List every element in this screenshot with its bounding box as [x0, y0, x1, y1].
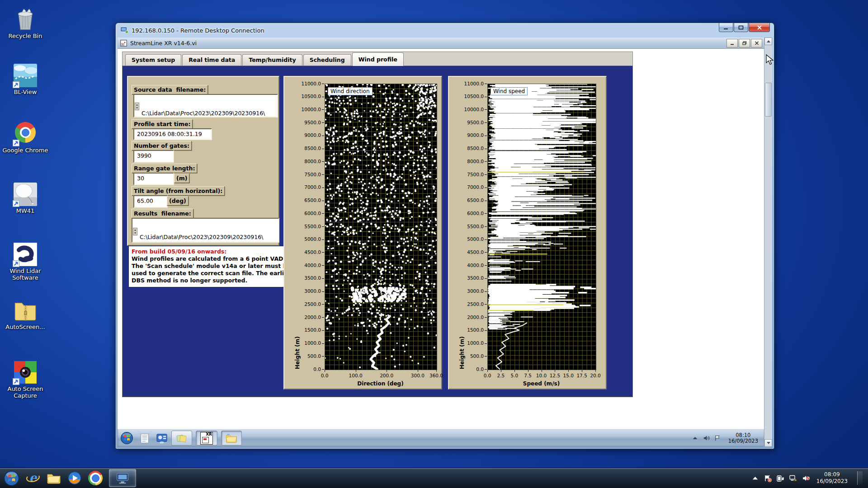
- desktop-icon-google-chrome[interactable]: Google Chrome: [2, 121, 49, 154]
- explorer-taskbar-button[interactable]: [221, 431, 242, 446]
- action-center-icon[interactable]: [764, 474, 772, 482]
- y-tick-label: 9000.0: [463, 132, 484, 138]
- remote-taskbar: XR 08:10 16/09/2023: [118, 429, 764, 447]
- wind-direction-plot[interactable]: [325, 84, 437, 370]
- google-chrome-icon[interactable]: [88, 471, 103, 485]
- x-tick-mark: [487, 370, 488, 372]
- build-notice-box: From build 05/09/16 onwards: Wind profil…: [128, 246, 284, 287]
- y-tick-mark: [322, 239, 324, 240]
- remote-desktop-taskbar-button[interactable]: [109, 469, 136, 487]
- y-tick-mark: [485, 122, 487, 123]
- y-tick-label: 1000.0: [463, 340, 484, 346]
- y-tick-label: 10000.0: [463, 107, 484, 112]
- range-gate-length-field[interactable]: 30: [133, 173, 174, 185]
- x-tick-mark: [582, 370, 582, 372]
- internet-explorer-icon[interactable]: e: [26, 471, 40, 485]
- taskbar-clock[interactable]: 08:09 16/09/2023: [816, 471, 848, 485]
- y-tick-label: 5000.0: [299, 236, 321, 242]
- string-scrollbar-icon[interactable]: [133, 228, 137, 235]
- y-tick-label: 4500.0: [299, 249, 321, 255]
- power-plug-icon[interactable]: [777, 474, 784, 482]
- tilt-angle-label: Tilt angle (from horizontal):: [132, 186, 225, 196]
- start-button[interactable]: [4, 470, 19, 486]
- y-tick-label: 5000.0: [463, 236, 484, 242]
- y-tick-mark: [485, 343, 487, 344]
- desktop-icon-recycle-bin[interactable]: Recycle Bin: [2, 8, 49, 39]
- tilt-angle-field[interactable]: 65.00: [133, 195, 168, 208]
- y-tick-label: 9500.0: [299, 120, 321, 125]
- tab-wind-profile[interactable]: Wind profile: [352, 52, 404, 66]
- x-tick-mark: [325, 370, 325, 372]
- y-tick-mark: [485, 213, 487, 214]
- y-tick-label: 7500.0: [463, 172, 484, 177]
- clock-date: 16/09/2023: [816, 478, 848, 485]
- results-filename-label: Results filename:: [132, 209, 193, 218]
- y-tick-mark: [485, 356, 487, 357]
- google-chrome-icon: [14, 122, 37, 145]
- desktop-icon-wind-lidar-software[interactable]: Wind Lidar Software: [2, 243, 49, 281]
- profile-start-time-field[interactable]: 20230916 08:00:31.19: [133, 128, 212, 140]
- desktop-icon-bl-view[interactable]: BL-View: [2, 64, 49, 95]
- notice-line: The 'Scan schedule' module v14a or later…: [132, 263, 281, 270]
- windows-explorer-icon[interactable]: [47, 471, 61, 485]
- tab-temp-humidity[interactable]: Temp/humidity: [242, 54, 302, 66]
- control-panel-icon[interactable]: [156, 432, 168, 444]
- streamline-xr-taskbar-button[interactable]: XR: [196, 431, 217, 446]
- tab-scheduling[interactable]: Scheduling: [303, 54, 351, 66]
- scroll-down-button[interactable]: [764, 439, 772, 447]
- rdp-vertical-scrollbar[interactable]: [764, 38, 772, 447]
- y-tick-mark: [322, 174, 324, 175]
- y-tick-label: 6500.0: [463, 197, 484, 203]
- number-of-gates-field[interactable]: 3990: [133, 150, 174, 163]
- windows-media-player-icon[interactable]: [67, 471, 82, 485]
- desktop-icon-mw41[interactable]: MW41: [2, 183, 49, 214]
- tray-expand-icon[interactable]: [751, 474, 759, 482]
- remote-action-center-icon[interactable]: [714, 435, 721, 441]
- shortcut-arrow-icon: [13, 140, 19, 146]
- results-filename-field[interactable]: C:\Lidar\Data\Proc\2023\202309\20230916\…: [132, 218, 279, 243]
- string-scrollbar-icon[interactable]: [135, 103, 139, 110]
- maximize-button[interactable]: [734, 23, 748, 32]
- y-tick-mark: [322, 84, 324, 84]
- notice-title: From build 05/09/16 onwards:: [132, 248, 281, 255]
- notepad-icon[interactable]: [139, 432, 151, 444]
- wind-speed-plot[interactable]: [487, 84, 596, 370]
- remote-tray-expand-icon[interactable]: [692, 435, 698, 441]
- desktop-icon-auto-screen-capture[interactable]: Auto Screen Capture: [2, 361, 49, 399]
- y-tick-label: 500.0: [299, 353, 321, 359]
- recycle-bin-icon: [14, 8, 37, 31]
- source-filename-field[interactable]: C:\Lidar\Data\Proc\2023\202309\20230916\…: [133, 94, 278, 117]
- show-desktop-button[interactable]: [857, 471, 863, 485]
- rdp-window-controls: [718, 23, 770, 32]
- y-tick-label: 2500.0: [299, 301, 321, 307]
- remote-clock[interactable]: 08:10 16/09/2023: [728, 432, 762, 444]
- scrollbar-thumb[interactable]: [765, 83, 772, 117]
- rdp-titlebar[interactable]: 192.168.0.150 - Remote Desktop Connectio…: [116, 23, 774, 38]
- y-tick-mark: [485, 239, 487, 240]
- sticky-notes-taskbar-button[interactable]: [171, 431, 192, 446]
- source-filename-label: Source data filename:: [132, 85, 208, 94]
- labview-titlebar[interactable]: StreamLine XR v14-6.vi: [118, 38, 764, 49]
- remote-start-button[interactable]: [120, 432, 133, 445]
- tab-real-time-data[interactable]: Real time data: [182, 54, 241, 66]
- labview-close-button[interactable]: [751, 39, 762, 47]
- labview-restore-button[interactable]: [739, 39, 750, 47]
- network-status-icon[interactable]: [789, 474, 797, 482]
- y-tick-mark: [485, 188, 487, 188]
- desktop-icon-autoscreen-zip[interactable]: AutoScreen...: [2, 299, 49, 330]
- taskbar: e 08:09 16/09/2023: [0, 468, 868, 488]
- x-tick-mark: [528, 370, 528, 372]
- labview-minimize-button[interactable]: [726, 39, 738, 47]
- wind-speed-chart[interactable]: Height (m)0.0500.01000.01500.02000.02500…: [448, 76, 607, 389]
- close-button[interactable]: [749, 23, 770, 32]
- y-tick-label: 2500.0: [463, 301, 484, 307]
- remote-volume-icon[interactable]: [703, 435, 710, 441]
- wind-direction-chart[interactable]: Height (m)0.0500.01000.01500.02000.02500…: [283, 76, 442, 389]
- minimize-button[interactable]: [719, 23, 733, 32]
- tab-control: System setupReal time dataTemp/humidityS…: [122, 52, 633, 397]
- x-tick-mark: [418, 370, 418, 372]
- volume-muted-icon[interactable]: [802, 474, 810, 482]
- scroll-up-button[interactable]: [764, 38, 772, 45]
- notice-line: Wind profiles are calculated from a 6 po…: [132, 255, 281, 263]
- tab-system-setup[interactable]: System setup: [125, 54, 181, 66]
